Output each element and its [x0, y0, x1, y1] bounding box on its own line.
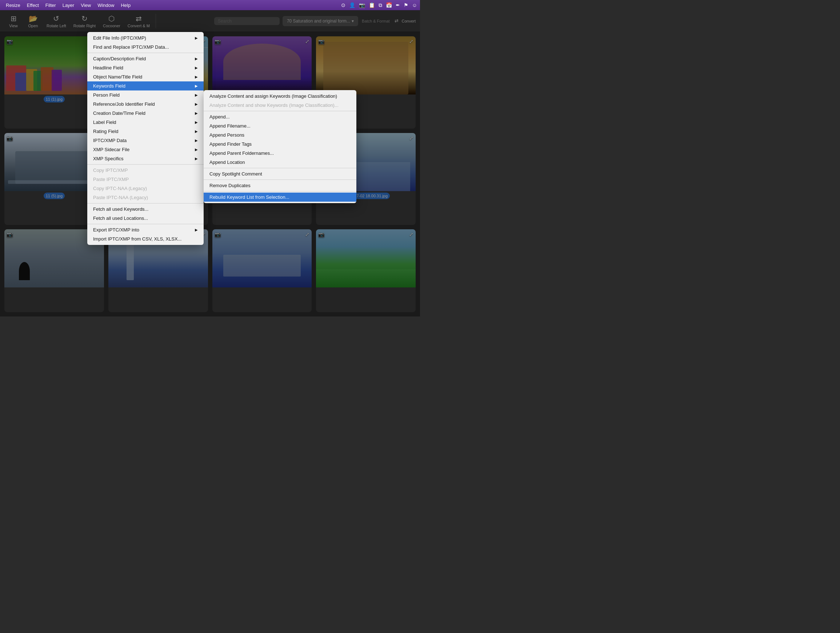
open-button[interactable]: 📂 Open [24, 12, 42, 30]
menu-item-label-rating: Rating Field [93, 129, 118, 134]
submenu-label-append-finder-tags: Append Finder Tags [210, 141, 252, 147]
menu-separator-4 [87, 224, 204, 224]
menubar-filter[interactable]: Filter [43, 2, 59, 9]
submenu-label-analyze-assign: Analyze Content and assign Keywords (Ima… [210, 93, 337, 99]
submenu-append-persons[interactable]: Append Persons [204, 131, 356, 140]
expand-icon-tr-12[interactable]: ⤢ [409, 231, 414, 237]
toolbar-search-area: 70 Saturation and original form... ▾ Bat… [214, 16, 416, 26]
chevron-icon-iptc-xmp-data: ▶ [195, 139, 198, 142]
menu-item-label-object-name: Object Name/Title Field [93, 74, 142, 80]
submenu-rebuild-keyword-list[interactable]: Rebuild Keyword List from Selection... [204, 192, 356, 202]
person-icon[interactable]: 👤 [349, 2, 355, 8]
menu-item-keywords[interactable]: Keywords Field ▶ [87, 81, 204, 90]
batch-format-button[interactable]: 70 Saturation and original form... ▾ [283, 16, 358, 26]
pen-icon[interactable]: ✒ [396, 2, 400, 8]
convert-toolbar-label[interactable]: Convert [401, 19, 416, 23]
submenu-remove-duplicates[interactable]: Remove Duplicates [204, 181, 356, 190]
menu-item-label-caption: Caption/Description Field [93, 56, 146, 61]
cocooner-button[interactable]: ⬡ Cocooner [100, 12, 123, 30]
menu-item-label-copy-iptc: Copy IPTC/XMP [93, 167, 128, 173]
toolbar: ⊞ View 📂 Open ↺ Rotate Left ↻ Rotate Rig… [0, 10, 420, 32]
camera-icon[interactable]: 📷 [359, 2, 365, 8]
chevron-icon-headline: ▶ [195, 66, 198, 70]
menu-item-label-find-replace: Find and Replace IPTC/XMP Data... [93, 44, 169, 50]
menubar-window[interactable]: Window [95, 2, 117, 9]
menu-item-creation-date[interactable]: Creation Date/Time Field ▶ [87, 109, 204, 118]
open-icon: 📂 [29, 14, 38, 23]
menubar-layer[interactable]: Layer [60, 2, 77, 9]
layers-icon[interactable]: ⧉ [379, 2, 382, 8]
menubar-resize[interactable]: Resize [3, 2, 23, 9]
chevron-icon-xmp-sidecar: ▶ [195, 148, 198, 151]
menu-item-reference[interactable]: Reference/Job Identifier Field ▶ [87, 99, 204, 109]
rotate-left-button[interactable]: ↺ Rotate Left [44, 12, 69, 30]
toolbar-separator-1 [156, 14, 156, 28]
expand-icon-tr-11[interactable]: ⤢ [305, 231, 309, 237]
menu-item-caption[interactable]: Caption/Description Field ▶ [87, 54, 204, 63]
flag-icon[interactable]: ⚑ [404, 2, 408, 8]
submenu-analyze-show[interactable]: Analyze Content and show Keywords (Image… [204, 101, 356, 110]
submenu-analyze-assign[interactable]: Analyze Content and assign Keywords (Ima… [204, 91, 356, 101]
menu-item-label-edit-file-info: Edit File Info (IPTC/XMP) [93, 35, 146, 41]
menu-item-label-fetch-keywords: Fetch all used Keywords... [93, 206, 148, 212]
target-icon[interactable]: ⊙ [341, 2, 346, 8]
submenu-append-filename[interactable]: Append Filename... [204, 121, 356, 131]
menubar-help[interactable]: Help [118, 2, 133, 9]
clipboard-icon[interactable]: 📋 [369, 2, 375, 8]
menu-item-label-fetch-locations: Fetch all used Locations... [93, 216, 148, 221]
menu-item-paste-iptc-naa[interactable]: Paste IPTC-NAA (Legacy) [87, 193, 204, 202]
menu-item-paste-iptc[interactable]: Paste IPTC/XMP [87, 175, 204, 184]
rotate-right-button[interactable]: ↻ Rotate Right [71, 12, 99, 30]
menu-item-label-label-field: Label Field [93, 120, 116, 125]
menu-item-copy-iptc-naa[interactable]: Copy IPTC-NAA (Legacy) [87, 184, 204, 193]
expand-icon-tr-8[interactable]: ⤢ [409, 135, 414, 141]
submenu-append-finder-tags[interactable]: Append Finder Tags [204, 140, 356, 149]
rotate-right-icon: ↻ [81, 14, 88, 23]
chevron-icon-xmp-specifics: ▶ [195, 157, 198, 161]
menu-item-import-iptc[interactable]: Import IPTC/XMP from CSV, XLS, XLSX... [87, 235, 204, 244]
submenu-label-remove-duplicates: Remove Duplicates [210, 183, 251, 188]
menu-item-iptc-xmp-data[interactable]: IPTC/XMP Data ▶ [87, 136, 204, 145]
calendar-icon[interactable]: 📅 [386, 2, 392, 8]
menu-item-label-keywords: Keywords Field [93, 83, 125, 89]
view-button[interactable]: ⊞ View [4, 12, 22, 30]
chevron-icon-keywords: ▶ [195, 84, 198, 88]
menu-item-fetch-locations[interactable]: Fetch all used Locations... [87, 214, 204, 223]
menu-item-label-paste-iptc: Paste IPTC/XMP [93, 176, 129, 182]
menubar-icons: ⊙ 👤 📷 📋 ⧉ 📅 ✒ ⚑ ☺ [341, 2, 417, 8]
menu-item-copy-iptc[interactable]: Copy IPTC/XMP [87, 166, 204, 175]
submenu-separator-1 [204, 111, 356, 111]
menu-item-person[interactable]: Person Field ▶ [87, 90, 204, 99]
submenu-append-location[interactable]: Append Location [204, 158, 356, 167]
menu-item-label-creation-date: Creation Date/Time Field [93, 110, 145, 116]
menu-item-xmp-specifics[interactable]: XMP Specifics ▶ [87, 154, 204, 163]
menubar-effect[interactable]: Effect [24, 2, 42, 9]
convert-m-button[interactable]: ⇄ Convert & M [125, 12, 153, 30]
smiley-icon[interactable]: ☺ [412, 2, 417, 8]
menu-item-object-name[interactable]: Object Name/Title Field ▶ [87, 72, 204, 81]
submenu-copy-spotlight[interactable]: Copy Spotlight Comment [204, 169, 356, 178]
menu-item-label-import-iptc: Import IPTC/XMP from CSV, XLS, XLSX... [93, 236, 182, 242]
submenu-append-parent-folders[interactable]: Append Parent Foldernames... [204, 149, 356, 158]
menu-item-headline[interactable]: Headline Field ▶ [87, 63, 204, 72]
photo-cell-11[interactable]: 📷 ⤢ [212, 229, 312, 312]
expand-icon-tr-4[interactable]: ⤢ [409, 38, 414, 44]
main-dropdown-menu: Edit File Info (IPTC/XMP) ▶ Find and Rep… [87, 32, 204, 245]
expand-icon-tr-3[interactable]: ⤢ [305, 38, 309, 44]
convert-m-label: Convert & M [128, 24, 150, 28]
submenu-append[interactable]: Append... [204, 112, 356, 121]
submenu-label-append-persons: Append Persons [210, 132, 244, 138]
menu-item-export-iptc[interactable]: Export IPTC/XMP into ▶ [87, 225, 204, 235]
menu-item-find-replace[interactable]: Find and Replace IPTC/XMP Data... [87, 43, 204, 52]
menu-item-edit-file-info[interactable]: Edit File Info (IPTC/XMP) ▶ [87, 33, 204, 43]
photo-cell-12[interactable]: 📷 ⤢ [316, 229, 416, 312]
menu-item-rating[interactable]: Rating Field ▶ [87, 127, 204, 136]
menubar-view[interactable]: View [78, 2, 94, 9]
rotate-right-label: Rotate Right [73, 24, 96, 28]
menu-item-fetch-keywords[interactable]: Fetch all used Keywords... [87, 205, 204, 214]
menu-item-label-field[interactable]: Label Field ▶ [87, 118, 204, 127]
photo-label-1: 11 (1).jpg [44, 96, 65, 102]
search-input[interactable] [214, 17, 279, 25]
menu-item-xmp-sidecar[interactable]: XMP Sidecar File ▶ [87, 145, 204, 154]
batch-format-section-label: Batch & Format [362, 19, 390, 23]
